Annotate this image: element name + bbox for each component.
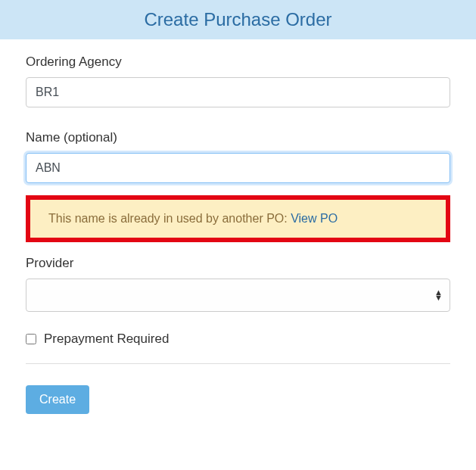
create-po-form: Ordering Agency Name (optional) This nam…: [0, 39, 476, 429]
provider-select-wrapper: ▲▼: [26, 279, 450, 312]
alert-text: This name is already in used by another …: [48, 212, 291, 225]
create-button[interactable]: Create: [26, 385, 89, 414]
view-po-link[interactable]: View PO: [291, 212, 338, 225]
prepayment-row: Prepayment Required: [26, 331, 450, 364]
prepayment-label: Prepayment Required: [44, 331, 169, 347]
provider-label: Provider: [26, 256, 450, 271]
name-label: Name (optional): [26, 130, 450, 145]
ordering-agency-input[interactable]: [26, 77, 450, 107]
alert-highlight: This name is already in used by another …: [26, 195, 450, 242]
prepayment-checkbox[interactable]: [26, 334, 36, 344]
page-title: Create Purchase Order: [0, 9, 476, 30]
header: Create Purchase Order: [0, 0, 476, 39]
ordering-agency-label: Ordering Agency: [26, 54, 450, 70]
provider-select[interactable]: [26, 279, 450, 312]
duplicate-name-alert: This name is already in used by another …: [30, 200, 446, 238]
name-input[interactable]: [26, 153, 450, 183]
